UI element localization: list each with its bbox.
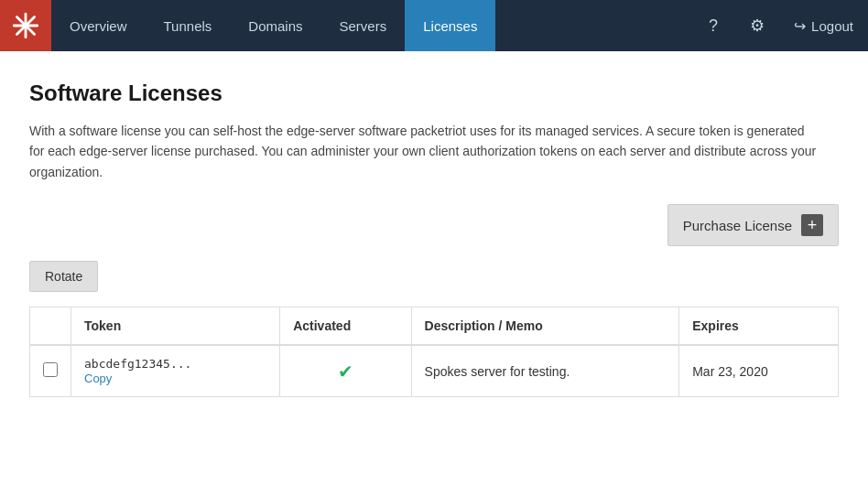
help-button[interactable]: ? — [691, 0, 735, 51]
row-checkbox-cell — [30, 345, 71, 397]
nav-item-tunnels[interactable]: Tunnels — [146, 0, 231, 51]
activated-cell: ✔ — [280, 345, 411, 397]
logout-button[interactable]: ↪ Logout — [779, 0, 868, 51]
rotate-button[interactable]: Rotate — [29, 261, 98, 292]
col-header-checkbox — [30, 307, 71, 346]
purchase-license-button[interactable]: Purchase License + — [667, 204, 839, 246]
col-header-token: Token — [71, 307, 280, 346]
col-header-description: Description / Memo — [411, 307, 679, 346]
col-header-activated: Activated — [280, 307, 411, 346]
licenses-table: Token Activated Description / Memo Expir… — [29, 307, 839, 397]
nav-item-servers[interactable]: Servers — [321, 0, 406, 51]
gear-icon: ⚙ — [750, 16, 765, 36]
logo[interactable] — [0, 0, 51, 51]
activated-check-icon: ✔ — [293, 361, 397, 383]
nav-items: Overview Tunnels Domains Servers License… — [51, 0, 691, 51]
row-checkbox[interactable] — [43, 362, 58, 377]
expires-cell: Mar 23, 2020 — [679, 345, 839, 397]
table-body: abcdefg12345... Copy ✔ Spokes server for… — [30, 345, 839, 397]
nav-item-licenses[interactable]: Licenses — [405, 0, 495, 51]
description-cell: Spokes server for testing. — [411, 345, 679, 397]
navbar: Overview Tunnels Domains Servers License… — [0, 0, 868, 51]
plus-icon: + — [801, 214, 823, 236]
copy-link[interactable]: Copy — [84, 372, 112, 385]
page-title: Software Licenses — [29, 81, 839, 106]
token-value: abcdefg12345... — [84, 357, 266, 371]
nav-right: ? ⚙ ↪ Logout — [691, 0, 868, 51]
logout-arrow-icon: ↪ — [794, 17, 806, 35]
nav-item-domains[interactable]: Domains — [230, 0, 320, 51]
help-icon: ? — [709, 16, 718, 36]
main-content: Software Licenses With a software licens… — [0, 51, 868, 426]
svg-point-4 — [23, 23, 28, 28]
col-header-expires: Expires — [679, 307, 839, 346]
action-row: Purchase License + — [29, 204, 839, 246]
purchase-license-label: Purchase License — [683, 218, 792, 233]
page-description: With a software license you can self-hos… — [29, 121, 817, 182]
nav-item-overview[interactable]: Overview — [51, 0, 146, 51]
table-row: abcdefg12345... Copy ✔ Spokes server for… — [30, 345, 839, 397]
table-header: Token Activated Description / Memo Expir… — [30, 307, 839, 346]
settings-button[interactable]: ⚙ — [735, 0, 779, 51]
logout-label: Logout — [811, 18, 853, 34]
token-cell: abcdefg12345... Copy — [71, 345, 280, 397]
